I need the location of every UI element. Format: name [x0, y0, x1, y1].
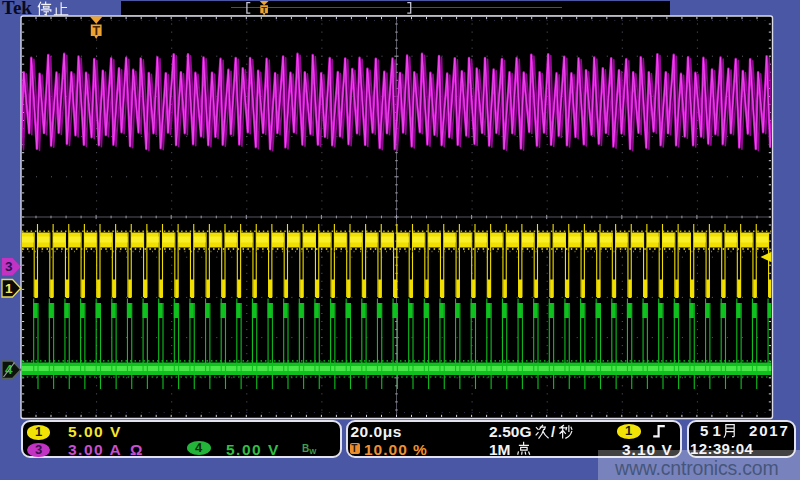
svg-text:1: 1	[5, 281, 13, 296]
svg-text:T: T	[92, 24, 100, 38]
svg-text:3: 3	[5, 259, 13, 274]
